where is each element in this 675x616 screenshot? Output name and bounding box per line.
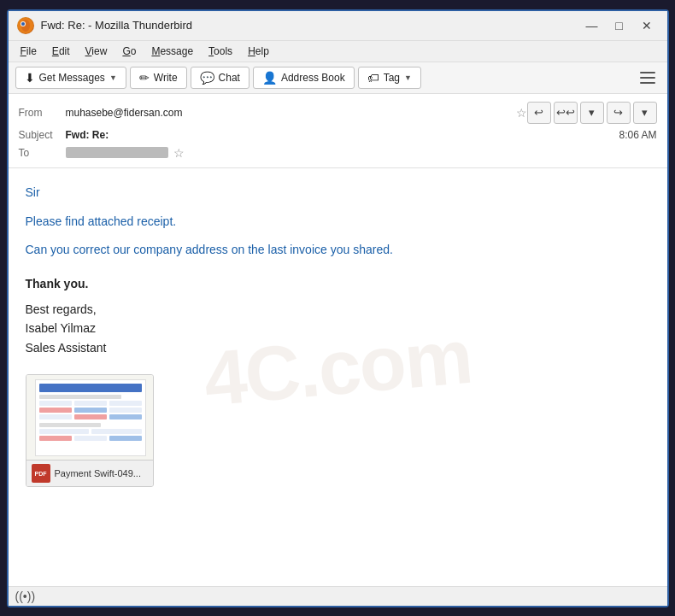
menu-view[interactable]: View — [79, 43, 114, 60]
get-messages-button[interactable]: ⬇ Get Messages ▼ — [15, 67, 126, 89]
subject-label: Subject — [19, 129, 66, 141]
address-book-button[interactable]: 👤 Address Book — [253, 67, 355, 89]
email-signature: Thank you. Best regards, Isabel Yilmaz S… — [26, 274, 650, 358]
menu-message[interactable]: Message — [144, 43, 200, 60]
write-icon: ✏ — [139, 71, 150, 85]
reply-button[interactable]: ↩ — [527, 102, 551, 124]
write-button[interactable]: ✏ Write — [130, 67, 187, 89]
attachments-area: PDF Payment Swift-049... — [26, 374, 650, 487]
from-star-icon[interactable]: ☆ — [516, 106, 527, 120]
from-label: From — [19, 107, 66, 119]
hamburger-line-1 — [640, 72, 655, 73]
address-book-label: Address Book — [281, 72, 345, 84]
tag-label: Tag — [384, 72, 400, 84]
email-greeting: Sir — [26, 185, 650, 199]
doc-preview — [35, 379, 146, 456]
minimize-button[interactable]: — — [580, 16, 604, 35]
pdf-icon: PDF — [32, 464, 50, 483]
close-button[interactable]: ✕ — [635, 16, 659, 35]
title-bar: Fwd: Re: - Mozilla Thunderbird — □ ✕ — [9, 11, 667, 41]
menu-tools[interactable]: Tools — [202, 43, 239, 60]
main-window: Fwd: Re: - Mozilla Thunderbird — □ ✕ Fil… — [7, 9, 669, 607]
to-star-icon[interactable]: ☆ — [173, 146, 185, 160]
app-icon — [17, 17, 34, 34]
menu-edit[interactable]: Edit — [45, 43, 77, 60]
svg-point-3 — [21, 22, 25, 26]
more-button[interactable]: ▾ — [633, 102, 657, 124]
menu-help[interactable]: Help — [241, 43, 276, 60]
attachment-preview — [26, 375, 154, 461]
email-header: From muhasebe@fidersan.com ☆ ↩ ↩↩ ▾ ↪ ▾ … — [9, 94, 667, 168]
from-row: From muhasebe@fidersan.com ☆ ↩ ↩↩ ▾ ↪ ▾ — [19, 99, 657, 126]
menu-bar: File Edit View Go Message Tools Help — [9, 41, 667, 62]
to-label: To — [19, 147, 66, 159]
status-bar: ((•)) — [9, 586, 667, 606]
maximize-button[interactable]: □ — [608, 16, 631, 35]
title-bar-left: Fwd: Re: - Mozilla Thunderbird — [17, 17, 193, 34]
to-value-redacted — [66, 147, 168, 158]
prev-button[interactable]: ▾ — [580, 102, 604, 124]
window-title: Fwd: Re: - Mozilla Thunderbird — [41, 19, 193, 32]
email-content: Sir Please find attached receipt. Can yo… — [26, 185, 650, 488]
menu-go[interactable]: Go — [115, 43, 143, 60]
window-controls: — □ ✕ — [580, 16, 659, 35]
attachment-footer: PDF Payment Swift-049... — [26, 461, 153, 486]
email-body: 4C.com Sir Please find attached receipt.… — [9, 168, 667, 586]
to-row: To ☆ — [19, 144, 657, 162]
chat-icon: 💬 — [200, 71, 214, 85]
chat-label: Chat — [219, 72, 240, 84]
menu-file[interactable]: File — [14, 43, 44, 60]
email-paragraph1: Please find attached receipt. — [26, 213, 650, 231]
subject-row: Subject Fwd: Re: 8:06 AM — [19, 126, 657, 144]
reply-all-button[interactable]: ↩↩ — [554, 102, 578, 124]
attachment-name: Payment Swift-049... — [55, 468, 148, 478]
tag-icon: 🏷 — [367, 71, 379, 85]
time-value: 8:06 AM — [619, 129, 656, 141]
signature-name: Isabel Yilmaz — [26, 319, 650, 337]
write-label: Write — [154, 72, 178, 84]
get-messages-label: Get Messages — [39, 72, 105, 84]
signature-thank: Thank you. — [26, 274, 650, 293]
email-paragraph2: Can you correct our company address on t… — [26, 241, 650, 259]
toolbar: ⬇ Get Messages ▼ ✏ Write 💬 Chat 👤 Addres… — [9, 62, 667, 94]
forward-button[interactable]: ↪ — [607, 102, 631, 124]
chat-button[interactable]: 💬 Chat — [191, 67, 249, 89]
attachment-item[interactable]: PDF Payment Swift-049... — [26, 374, 154, 487]
email-navigation-actions: ↩ ↩↩ ▾ ↪ ▾ — [527, 102, 657, 124]
address-book-icon: 👤 — [262, 71, 277, 85]
hamburger-line-3 — [640, 82, 655, 84]
get-messages-dropdown-icon: ▼ — [109, 73, 117, 82]
from-value: muhasebe@fidersan.com — [66, 107, 511, 119]
signature-title: Sales Assistant — [26, 338, 650, 357]
signature-regards: Best regards, — [26, 300, 650, 319]
hamburger-line-2 — [640, 77, 655, 79]
tag-dropdown-icon: ▼ — [404, 73, 412, 82]
signal-icon: ((•)) — [15, 590, 36, 603]
get-messages-icon: ⬇ — [25, 71, 35, 85]
tag-button[interactable]: 🏷 Tag ▼ — [358, 67, 421, 89]
hamburger-menu-button[interactable] — [637, 66, 660, 90]
subject-value: Fwd: Re: — [66, 129, 619, 141]
